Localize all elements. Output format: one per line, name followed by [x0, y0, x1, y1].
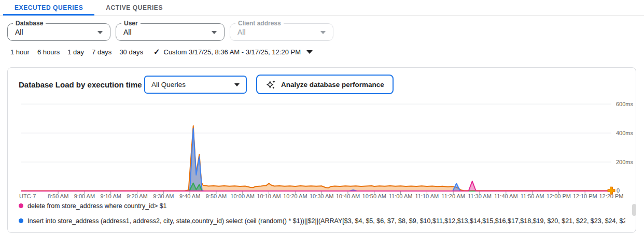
x-axis-label: 11:10 AM — [415, 193, 439, 199]
analyze-button-label: Analyze database performance — [281, 81, 384, 89]
x-axis-label: 10:10 AM — [257, 193, 281, 199]
tab-active-queries[interactable]: ACTIVE QUERIES — [94, 0, 174, 15]
time-range-30-days[interactable]: 30 days — [119, 48, 143, 56]
chevron-down-icon — [97, 31, 103, 34]
x-axis-label: 9:40 AM — [179, 193, 200, 199]
legend-label: delete from store_address where country_… — [27, 202, 167, 210]
x-axis-label: 10:40 AM — [336, 193, 360, 199]
legend-label: Insert into store_address (address1, add… — [27, 217, 625, 225]
y-axis-label: 200ms — [616, 159, 634, 165]
query-filter-select[interactable]: All Queries — [144, 76, 247, 94]
check-icon: ✓ — [153, 47, 160, 56]
x-axis-label: 11:00 AM — [389, 193, 413, 199]
x-axis-label: 9:20 AM — [127, 193, 147, 199]
tab-bar: EXECUTED QUERIES ACTIVE QUERIES — [0, 0, 644, 16]
database-load-card: Database Load by execution time All Quer… — [7, 67, 636, 233]
query-filter-value: All Queries — [151, 77, 186, 93]
series-line-other-queries-load — [21, 126, 611, 190]
legend-item-insert-query[interactable]: Insert into store_address (address1, add… — [19, 216, 625, 225]
chevron-down-icon — [234, 83, 240, 86]
time-range-7-days[interactable]: 7 days — [92, 48, 111, 56]
filter-row: Database All User All Client address All — [7, 23, 644, 41]
series-line-insert-into-store_address — [21, 128, 611, 191]
x-axis-label: 10:00 AM — [231, 193, 255, 199]
y-axis-label: 400ms — [616, 130, 634, 136]
time-range-custom-label: Custom 3/17/25, 8:36 AM - 3/17/25, 12:20… — [164, 48, 301, 56]
x-axis-label: 10:30 AM — [310, 193, 333, 199]
x-axis-label: 9:10 AM — [101, 193, 121, 199]
x-axis-label: 11:50 AM — [521, 193, 544, 199]
x-axis-label: 9:00 AM — [74, 193, 95, 199]
time-range-1-hour[interactable]: 1 hour — [10, 48, 30, 56]
legend-dot — [19, 203, 23, 208]
x-axis-label: 10:20 AM — [283, 193, 307, 199]
time-range-row: 1 hour 6 hours 1 day 7 days 30 days ✓ Cu… — [10, 47, 644, 56]
chevron-down-icon — [306, 50, 313, 54]
y-axis-label: 600ms — [616, 101, 634, 107]
x-axis-label: 9:50 AM — [206, 193, 227, 199]
legend-item-delete-query[interactable]: delete from store_address where country_… — [19, 201, 625, 210]
x-axis-label: 12:00 PM — [547, 193, 571, 199]
analyze-database-performance-button[interactable]: Analyze database performance — [256, 75, 394, 94]
time-range-6-hours[interactable]: 6 hours — [37, 48, 60, 56]
time-range-1-day[interactable]: 1 day — [67, 48, 84, 56]
y-zero-label: 0 — [617, 187, 620, 194]
user-filter-select[interactable]: User All — [116, 23, 225, 41]
user-filter-value: All — [123, 24, 132, 40]
chevron-down-icon — [212, 31, 217, 34]
x-axis-label: 10:50 AM — [362, 193, 386, 199]
x-axis-label: 8:50 AM — [48, 193, 68, 199]
x-axis-label: 9:30 AM — [153, 193, 174, 199]
database-filter-value: All — [15, 24, 23, 40]
timezone-label: UTC-7 — [19, 193, 36, 199]
chart-legend: delete from store_address where country_… — [19, 201, 625, 231]
database-filter-select[interactable]: Database All — [7, 23, 110, 41]
client-address-filter-value: All — [237, 24, 246, 40]
legend-scrollbar[interactable] — [632, 204, 636, 216]
legend-dot — [19, 218, 23, 223]
client-address-filter-select: Client address All — [230, 23, 333, 41]
series-area-other-queries-load — [21, 126, 611, 191]
x-axis-label: 11:40 AM — [494, 193, 518, 199]
x-axis-label: 12:10 PM — [573, 193, 597, 199]
database-load-chart[interactable]: 600ms400ms200ms8:50 AM9:00 AM9:10 AM9:20… — [8, 96, 637, 202]
sparkle-icon — [265, 79, 276, 90]
x-axis-label: 11:20 AM — [441, 193, 465, 199]
chevron-down-icon — [320, 31, 326, 34]
card-title: Database Load by execution time — [19, 80, 142, 89]
tab-executed-queries[interactable]: EXECUTED QUERIES — [3, 0, 94, 15]
time-range-custom-selector[interactable]: ✓ Custom 3/17/25, 8:36 AM - 3/17/25, 12:… — [153, 47, 313, 56]
x-axis-label: 11:30 AM — [468, 193, 492, 199]
series-area-insert-into-store_address — [21, 128, 611, 191]
